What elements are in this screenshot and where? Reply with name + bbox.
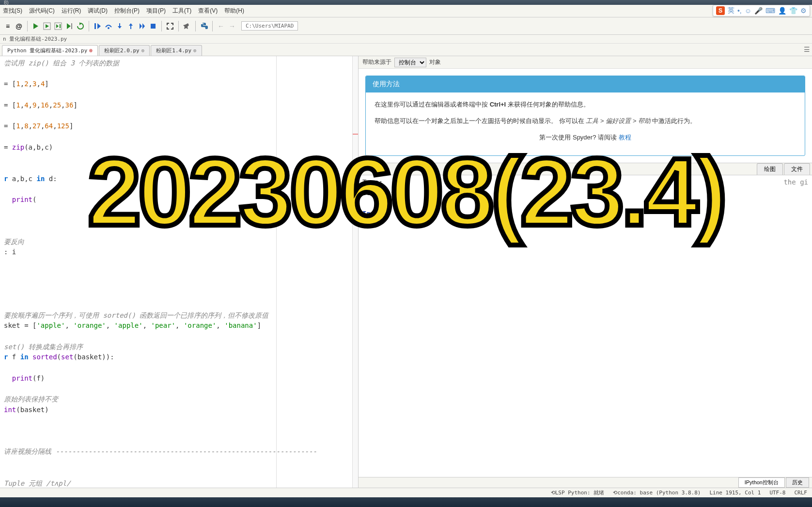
settings-icon[interactable]	[182, 21, 192, 31]
svg-marker-0	[33, 23, 38, 29]
debug-stepin-icon[interactable]	[115, 21, 125, 31]
run-selection-icon[interactable]	[64, 21, 74, 31]
tutorial-link[interactable]: 教程	[619, 134, 631, 141]
ime-punct-icon[interactable]: •,	[737, 7, 742, 15]
debug-step-icon[interactable]	[93, 21, 102, 31]
menu-project[interactable]: 项目(P)	[146, 7, 166, 15]
editor-scrollmap[interactable]	[352, 56, 358, 488]
menu-source[interactable]: 源代码(C)	[29, 7, 55, 15]
console-tabs: IPython控制台 历史	[359, 477, 812, 488]
sogou-logo-icon[interactable]: S	[716, 6, 725, 15]
console-text-partial: the gi	[783, 177, 808, 188]
statusbar: ⟲LSP Python: 就绪 ⟲conda: base (Python 3.8…	[0, 488, 812, 497]
run-cell-advance-icon[interactable]	[53, 21, 63, 31]
fullscreen-icon[interactable]	[165, 21, 175, 31]
run-icon[interactable]	[31, 21, 41, 31]
help-object-label: 对象	[429, 58, 441, 66]
tab-plot[interactable]: 绘图	[757, 163, 783, 175]
help-source-label: 帮助来源于	[362, 58, 391, 66]
svg-marker-16	[140, 23, 142, 29]
python-icon[interactable]	[199, 21, 209, 31]
menu-debug[interactable]: 调试(D)	[88, 7, 108, 15]
ime-settings-icon[interactable]: ⚙	[800, 7, 807, 15]
tab-close-icon[interactable]: ⊗	[141, 47, 145, 54]
ipython-console[interactable]: Type:the gi Subclasses: In [4]:	[359, 175, 812, 477]
editor-guide	[276, 56, 277, 488]
help-paragraph-2: 帮助信息可以在一个对象之后加上一个左圆括号的时候自动显示。 你可以在 工具 > …	[375, 116, 796, 126]
run-cell-icon[interactable]	[42, 21, 52, 31]
menu-help[interactable]: 帮助(H)	[224, 7, 244, 15]
tab-main[interactable]: Python 量化编程基础-2023.py ⊗	[2, 45, 98, 56]
working-dir[interactable]: C:\Users\MIAPAD	[241, 21, 298, 31]
svg-rect-7	[71, 23, 72, 29]
tab-fensuajiang1[interactable]: 粉刷匠1.4.py ⊗	[151, 45, 202, 56]
tab-label: 粉刷匠1.4.py	[156, 47, 191, 54]
nav-back-icon[interactable]: ←	[216, 21, 226, 31]
ime-toolbar[interactable]: S 英 •, ☺ 🎤 ⌨ 👤 👕 ⚙	[713, 5, 810, 16]
outline-icon[interactable]: ≡	[3, 21, 13, 31]
separator	[178, 21, 179, 31]
svg-marker-10	[97, 23, 101, 29]
status-encoding[interactable]: UTF-8	[769, 490, 785, 496]
ime-keyboard-icon[interactable]: ⌨	[765, 7, 775, 15]
svg-marker-2	[46, 24, 49, 28]
tab-close-icon[interactable]: ⊗	[89, 47, 93, 54]
toolbar: ≡ @ ← → C:\Users\MIAPAD	[0, 17, 812, 35]
rerun-icon[interactable]	[76, 21, 85, 31]
menu-console[interactable]: 控制台(P)	[114, 7, 140, 15]
status-eol[interactable]: CRLF	[795, 490, 808, 496]
ime-lang[interactable]: 英	[728, 6, 734, 15]
console-subclasses: Subclasses:	[362, 188, 808, 199]
breadcrumb: n 量化编程基础-2023.py	[0, 35, 812, 44]
help-card-body: 在这里你可以通过在编辑器或者终端中按 Ctrl+I 来获得任何对象的帮助信息。 …	[366, 92, 805, 155]
debug-continue-icon[interactable]	[137, 21, 147, 31]
svg-marker-6	[67, 23, 71, 29]
console-prompt: In [4]:	[362, 209, 808, 219]
taskbar[interactable]	[0, 497, 812, 507]
menu-find[interactable]: 查找(S)	[3, 7, 22, 15]
ime-skin-icon[interactable]: 👕	[789, 7, 797, 15]
help-card-title: 使用方法	[366, 76, 805, 92]
tab-files[interactable]: 文件	[784, 163, 810, 175]
svg-marker-4	[56, 24, 59, 28]
separator	[27, 21, 28, 31]
help-header: 帮助来源于 控制台 对象	[359, 56, 812, 69]
tab-label: 粉刷匠2.0.py	[104, 47, 140, 54]
help-tabs: 绘图 文件	[359, 163, 812, 175]
menubar: 查找(S) 源代码(C) 运行(R) 调试(D) 控制台(P) 项目(P) 工具…	[0, 5, 812, 17]
status-conda[interactable]: ⟲conda: base (Python 3.8.8)	[613, 490, 701, 496]
tab-menu-icon[interactable]: ☰	[804, 46, 810, 53]
help-tutorial-line: 第一次使用 Spyder? 请阅读 教程	[375, 132, 796, 143]
svg-marker-13	[118, 26, 122, 29]
help-card: 使用方法 在这里你可以通过在编辑器或者终端中按 Ctrl+I 来获得任何对象的帮…	[365, 76, 805, 156]
menu-run[interactable]: 运行(R)	[62, 7, 81, 15]
debug-stop-icon[interactable]	[148, 21, 158, 31]
ime-user-icon[interactable]: 👤	[778, 7, 786, 15]
debug-stepover-icon[interactable]	[104, 21, 113, 31]
separator	[195, 21, 196, 31]
svg-point-19	[203, 23, 203, 24]
status-lsp[interactable]: ⟲LSP Python: 就绪	[551, 489, 604, 496]
at-icon[interactable]: @	[14, 21, 24, 31]
editor-tabbar: Python 量化编程基础-2023.py ⊗ 粉刷匠2.0.py ⊗ 粉刷匠1…	[0, 44, 812, 56]
separator	[161, 21, 162, 31]
title-suffix: 8)	[4, 0, 9, 5]
console-type-label: Type:	[362, 178, 383, 186]
help-paragraph-1: 在这里你可以通过在编辑器或者终端中按 Ctrl+I 来获得任何对象的帮助信息。	[375, 99, 796, 110]
help-source-dropdown[interactable]: 控制台	[394, 58, 426, 67]
ime-voice-icon[interactable]: 🎤	[754, 7, 763, 15]
tab-history[interactable]: 历史	[786, 477, 809, 488]
status-position: Line 1915, Col 1	[709, 490, 761, 496]
code-editor[interactable]: 尝试用 zip() 组合 3 个列表的数据 = [1,2,3,4] = [1,4…	[0, 56, 359, 488]
nav-forward-icon[interactable]: →	[227, 21, 237, 31]
tab-fensuajiang2[interactable]: 粉刷匠2.0.py ⊗	[99, 45, 150, 56]
menu-view[interactable]: 查看(V)	[198, 7, 218, 15]
debug-stepout-icon[interactable]	[126, 21, 136, 31]
separator	[212, 21, 213, 31]
menu-tools[interactable]: 工具(T)	[172, 7, 191, 15]
tab-ipython[interactable]: IPython控制台	[738, 477, 785, 488]
tab-close-icon[interactable]: ⊗	[193, 47, 197, 54]
ime-emoji-icon[interactable]: ☺	[745, 7, 751, 15]
right-pane: 帮助来源于 控制台 对象 使用方法 在这里你可以通过在编辑器或者终端中按 Ctr…	[359, 56, 812, 488]
svg-marker-8	[79, 22, 81, 25]
